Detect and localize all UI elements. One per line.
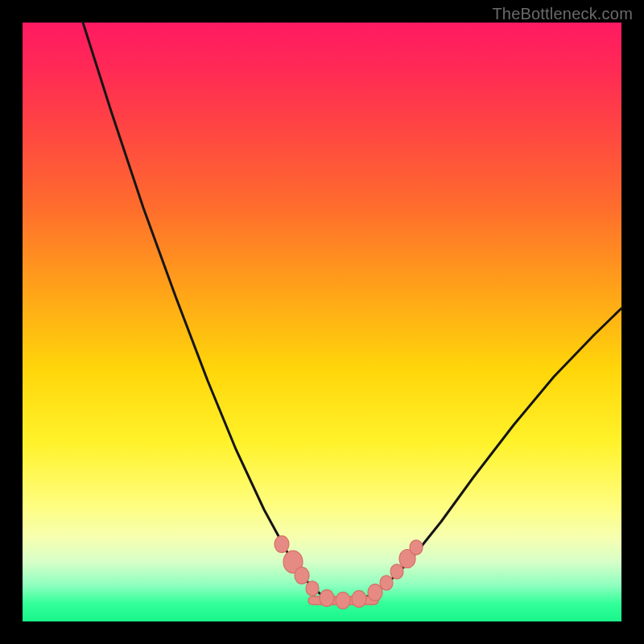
trough-marker — [306, 581, 319, 596]
watermark-text: TheBottleneck.com — [492, 5, 633, 23]
bottleneck-curve — [83, 23, 621, 601]
trough-marker — [275, 536, 289, 553]
trough-marker — [295, 568, 309, 584]
trough-marker — [336, 592, 350, 609]
trough-marker — [368, 584, 382, 601]
chart-frame: TheBottleneck.com — [0, 0, 644, 644]
trough-marker — [380, 576, 393, 590]
trough-markers — [275, 536, 423, 609]
curve-svg — [23, 23, 621, 621]
plot-area — [23, 23, 621, 621]
trough-marker — [352, 591, 366, 608]
trough-marker — [410, 540, 423, 555]
trough-marker — [390, 564, 403, 579]
trough-marker — [320, 590, 334, 607]
